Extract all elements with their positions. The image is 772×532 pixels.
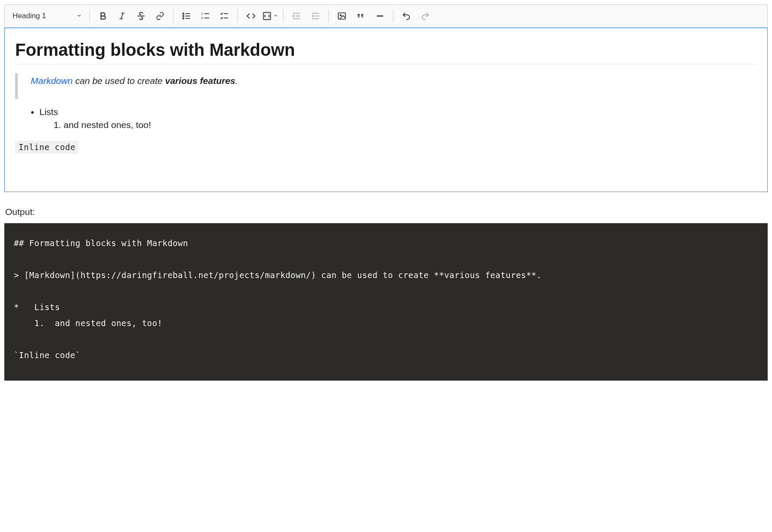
- toolbar-separator: [328, 10, 329, 22]
- svg-text:2: 2: [201, 16, 203, 20]
- output-line: > [Markdown](https://daringfireball.net/…: [14, 270, 541, 280]
- document-heading[interactable]: Formatting blocks with Markdown: [15, 40, 757, 64]
- chevron-down-icon: [77, 12, 82, 20]
- codeblock-dropdown-button[interactable]: [261, 8, 280, 24]
- toolbar-separator: [238, 10, 238, 22]
- code-button[interactable]: [243, 8, 259, 24]
- blockquote-text-1: can be used to create: [73, 76, 165, 86]
- heading-style-label: Heading 1: [13, 12, 46, 20]
- svg-text:1: 1: [201, 12, 203, 16]
- bullet-list-button[interactable]: [179, 8, 194, 24]
- image-button[interactable]: [334, 8, 350, 24]
- strikethrough-button[interactable]: [133, 8, 149, 24]
- undo-button[interactable]: [399, 8, 414, 24]
- markdown-link[interactable]: Markdown: [31, 76, 73, 86]
- svg-point-24: [340, 15, 341, 16]
- blockquote-bold: various features: [165, 76, 235, 86]
- svg-line-2: [121, 13, 123, 19]
- toolbar-separator: [283, 10, 283, 22]
- list-item: Lists and nested ones, too!: [39, 107, 757, 130]
- toolbar-separator: [90, 10, 90, 22]
- heading-style-dropdown[interactable]: Heading 1: [8, 7, 86, 25]
- output-label: Output:: [5, 207, 768, 217]
- markdown-output-block: ## Formatting blocks with Markdown > [Ma…: [4, 223, 768, 381]
- svg-point-6: [183, 16, 184, 17]
- list-item-text: Lists: [39, 107, 58, 117]
- nested-ordered-list[interactable]: and nested ones, too!: [39, 120, 757, 130]
- blockquote-button[interactable]: [353, 8, 369, 24]
- outdent-button[interactable]: [289, 8, 304, 24]
- italic-button[interactable]: [114, 8, 130, 24]
- output-line: 1. and nested ones, too!: [14, 318, 162, 328]
- bullet-list[interactable]: Lists and nested ones, too!: [15, 107, 757, 130]
- output-line: ## Formatting blocks with Markdown: [14, 238, 188, 248]
- svg-rect-23: [338, 13, 346, 19]
- blockquote-text-2: .: [235, 76, 238, 86]
- editor-toolbar: Heading 1 12: [4, 4, 768, 28]
- indent-button[interactable]: [308, 8, 323, 24]
- link-button[interactable]: [152, 8, 168, 24]
- toolbar-separator: [393, 10, 393, 22]
- todo-list-button[interactable]: [217, 8, 232, 24]
- horizontal-rule-button[interactable]: [372, 8, 388, 24]
- chevron-down-icon: [273, 13, 278, 19]
- toolbar-separator: [173, 10, 174, 22]
- inline-code[interactable]: Inline code: [15, 141, 79, 154]
- blockquote[interactable]: Markdown can be used to create various f…: [15, 73, 757, 99]
- bold-button[interactable]: [95, 8, 111, 24]
- svg-point-8: [183, 18, 184, 19]
- svg-point-4: [183, 13, 184, 14]
- editor-content-area[interactable]: Formatting blocks with Markdown Markdown…: [4, 28, 768, 192]
- nested-list-item: and nested ones, too!: [64, 120, 757, 130]
- numbered-list-button[interactable]: 12: [198, 8, 213, 24]
- redo-button[interactable]: [418, 8, 433, 24]
- output-line: `Inline code`: [14, 350, 80, 360]
- output-line: * Lists: [14, 302, 60, 312]
